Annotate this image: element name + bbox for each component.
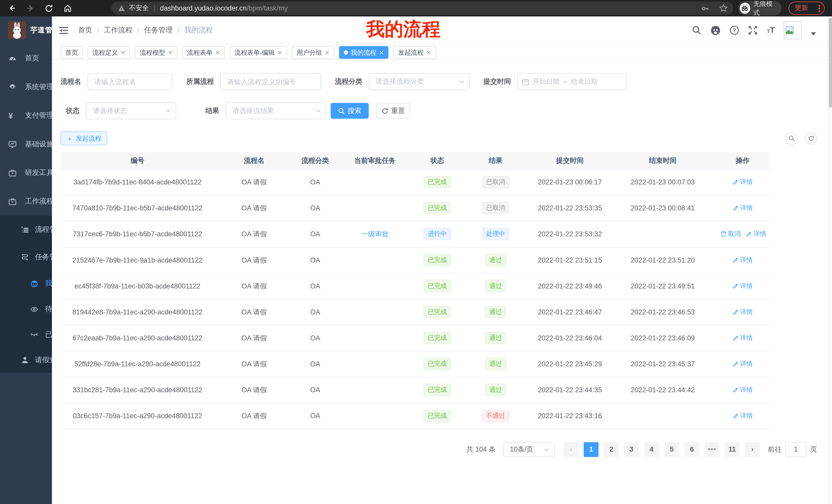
sidebar-item-process-mgmt[interactable]: 流程管理	[0, 216, 52, 243]
search-icon[interactable]	[692, 25, 702, 35]
close-icon[interactable]: ✕	[426, 50, 431, 55]
detail-link[interactable]: 详情	[746, 230, 766, 239]
cancel-link[interactable]: 取消	[721, 229, 741, 239]
url-bar[interactable]: 不安全 dashboard.yudao.iocoder.cn/bpm/task/…	[111, 2, 733, 15]
detail-link[interactable]: 详情	[732, 307, 753, 316]
monitor-icon	[8, 140, 17, 148]
scrollbar-track[interactable]	[828, 17, 832, 504]
task-link[interactable]: 一级审批	[361, 230, 389, 238]
prev-page-button[interactable]: ‹	[564, 442, 578, 457]
tab-home[interactable]: 首页	[60, 46, 83, 59]
result-select[interactable]: 请选择流结果	[226, 102, 326, 119]
github-icon[interactable]	[711, 25, 721, 35]
detail-link[interactable]: 详情	[732, 177, 753, 187]
sidebar-item-system[interactable]: 系统管理	[0, 73, 52, 101]
detail-link[interactable]: 详情	[732, 333, 753, 342]
chevron-down-icon	[316, 109, 321, 112]
list-icon	[21, 226, 29, 233]
tab-process-form-edit[interactable]: 流程表单-编辑✕	[230, 46, 287, 59]
detail-link[interactable]: 详情	[732, 282, 753, 290]
close-icon[interactable]: ✕	[325, 50, 330, 55]
status-badge: 已完成	[423, 306, 451, 318]
reset-button[interactable]: 重置	[376, 103, 410, 119]
key-icon[interactable]	[701, 4, 709, 12]
sidebar-item-pay[interactable]: ¥ 支付管理	[0, 101, 52, 130]
show-search-button[interactable]	[785, 132, 797, 144]
search-icon	[338, 107, 345, 114]
next-page-button[interactable]: ›	[745, 442, 760, 457]
detail-link[interactable]: 详情	[732, 385, 753, 394]
avatar[interactable]	[784, 21, 802, 39]
status-badge: 已完成	[423, 254, 451, 266]
sidebar-item-my-process[interactable]: 我的流程	[0, 271, 52, 297]
more-pages-button[interactable]: •••	[705, 442, 720, 457]
back-button[interactable]	[5, 1, 19, 15]
home-button[interactable]	[60, 1, 74, 15]
edit-icon	[732, 257, 738, 263]
chrome-menu-icon[interactable]	[818, 5, 820, 12]
page-button-1[interactable]: 1	[583, 442, 599, 457]
main-area: 首页 / 工作流程 / 任务管理 / 我的流程 ? TT 我的流程	[52, 17, 832, 504]
detail-link[interactable]: 详情	[732, 203, 753, 213]
close-icon[interactable]: ✕	[278, 50, 282, 55]
page-button-11[interactable]: 11	[725, 442, 740, 457]
sidebar-item-leave-query[interactable]: 请假查询	[0, 347, 52, 373]
sidebar-item-devtools[interactable]: 研发工具	[0, 159, 52, 187]
page-button-4[interactable]: 4	[644, 442, 659, 457]
update-button[interactable]: 更新	[788, 2, 825, 15]
forward-button[interactable]	[23, 1, 37, 15]
page-button-3[interactable]: 3	[624, 442, 639, 457]
tab-start-process[interactable]: 发起流程✕	[393, 46, 436, 59]
close-icon[interactable]: ✕	[120, 50, 125, 55]
close-icon[interactable]: ✕	[379, 50, 384, 55]
sidebar-item-home[interactable]: 首页	[0, 44, 52, 73]
breadcrumb-task-mgmt[interactable]: 任务管理	[144, 25, 173, 35]
breadcrumb-home[interactable]: 首页	[78, 25, 92, 35]
tab-process-form[interactable]: 流程表单✕	[182, 46, 225, 59]
tab-user-group[interactable]: 用户分组✕	[292, 46, 335, 59]
status-badge: 进行中	[423, 228, 451, 240]
goto-page-input[interactable]	[785, 442, 807, 457]
sidebar-item-workflow[interactable]: 工作流程	[0, 187, 52, 216]
page-button-5[interactable]: 5	[665, 442, 679, 457]
sidebar-item-task-mgmt[interactable]: 任务管理	[0, 243, 52, 271]
detail-link[interactable]: 详情	[732, 359, 753, 368]
category-select[interactable]: 请选择流程分类	[369, 73, 469, 90]
process-definition-input[interactable]	[220, 73, 321, 90]
app-logo[interactable]: 芋道管理系统	[0, 17, 52, 44]
table-row: 67c2eaab-7b9a-11ec-a290-acde48001122 OA …	[60, 325, 769, 351]
avatar-dropdown-caret[interactable]	[811, 32, 816, 35]
calendar-icon	[522, 78, 529, 85]
sidebar-item-infra[interactable]: 基础设施	[0, 130, 52, 159]
start-process-button[interactable]: ＋ 发起流程	[60, 132, 107, 145]
bookmark-star-icon[interactable]	[719, 4, 728, 12]
chevron-down-icon	[459, 80, 464, 83]
scrollbar-thumb[interactable]	[829, 18, 832, 108]
font-size-icon[interactable]: TT	[767, 27, 775, 34]
filter-row-2: 状态 请选择状态 结果 请选择流结果 搜索 重置	[60, 102, 821, 119]
submit-time-range[interactable]: 开始日期 - 结束日期	[517, 73, 627, 90]
collapse-sidebar-icon[interactable]	[59, 26, 69, 34]
fullscreen-icon[interactable]	[749, 25, 758, 35]
detail-link[interactable]: 详情	[732, 412, 753, 421]
close-icon[interactable]: ✕	[168, 50, 173, 55]
tab-process-model[interactable]: 流程模型✕	[135, 46, 178, 59]
process-name-input[interactable]	[88, 73, 173, 90]
page-button-2[interactable]: 2	[604, 442, 619, 457]
tab-process-definition[interactable]: 流程定义✕	[88, 46, 130, 59]
help-icon[interactable]: ?	[730, 25, 739, 35]
page-size-select[interactable]: 10条/页	[503, 442, 554, 457]
search-button[interactable]: 搜索	[331, 103, 369, 119]
close-icon[interactable]: ✕	[215, 50, 220, 55]
filter-row-1: 流程名 所属流程 流程分类 请选择流程分类 提交时间 开始日期 - 结束日期	[60, 73, 821, 90]
refresh-list-button[interactable]	[805, 132, 817, 144]
page-button-6[interactable]: 6	[684, 442, 699, 457]
sidebar-item-todo-tasks[interactable]: 待办任务	[0, 297, 52, 322]
tab-my-process[interactable]: 我的流程✕	[339, 46, 389, 59]
reload-button[interactable]	[42, 1, 56, 15]
detail-link[interactable]: 详情	[732, 256, 753, 264]
status-select[interactable]: 请选择状态	[86, 102, 176, 119]
reload-icon	[45, 4, 53, 12]
sidebar-item-done-tasks[interactable]: 已办任务	[0, 322, 52, 347]
breadcrumb-workflow[interactable]: 工作流程	[104, 25, 132, 35]
